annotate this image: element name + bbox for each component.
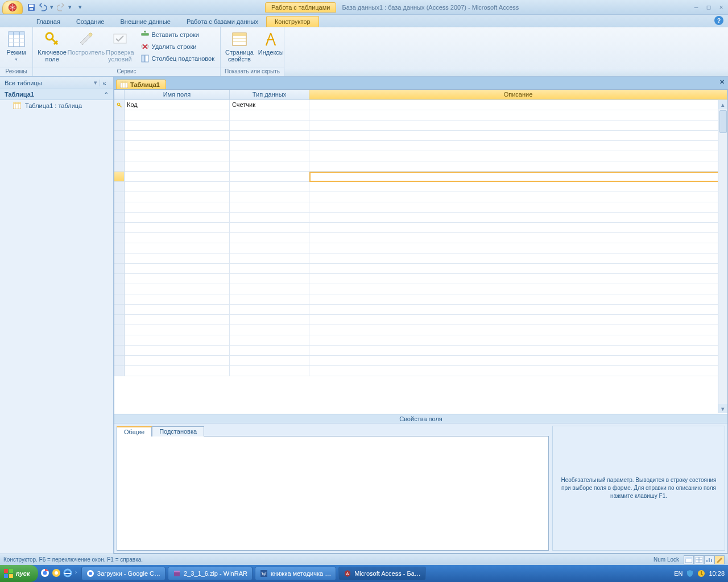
row-selector[interactable] [114, 141, 125, 151]
ql-more-icon[interactable]: › [75, 568, 78, 579]
document-tab-table1[interactable]: Таблица1 [116, 80, 166, 89]
designer-row[interactable] [114, 315, 727, 325]
cell-fieldname[interactable] [125, 325, 230, 335]
cell-datatype[interactable] [230, 110, 309, 120]
designer-row[interactable] [114, 346, 727, 356]
cell-description[interactable] [309, 223, 727, 233]
row-selector[interactable] [114, 284, 125, 294]
designer-row[interactable] [114, 161, 727, 172]
cell-datatype[interactable] [230, 305, 309, 315]
start-button[interactable]: пуск [0, 565, 38, 582]
designer-row[interactable] [114, 243, 727, 253]
row-selector[interactable] [114, 223, 125, 233]
office-button[interactable] [2, 1, 23, 14]
undo-split-icon[interactable]: ▾ [49, 3, 55, 11]
column-header-description[interactable]: Описание [309, 90, 727, 100]
delete-rows-button[interactable]: Удалить строки [138, 41, 217, 52]
designer-row[interactable] [114, 151, 727, 161]
taskbar-item-word[interactable]: W книжка методичка … [255, 567, 336, 580]
row-selector-header[interactable] [114, 90, 125, 100]
cell-fieldname[interactable] [125, 172, 230, 182]
row-selector[interactable] [114, 366, 125, 376]
ql-ie-icon[interactable] [63, 568, 73, 579]
designer-row[interactable] [114, 264, 727, 274]
help-button[interactable]: ? [714, 16, 723, 25]
cell-fieldname[interactable] [125, 120, 230, 131]
props-tab-general[interactable]: Общие [117, 426, 152, 436]
cell-fieldname[interactable] [125, 182, 230, 192]
designer-row[interactable] [114, 192, 727, 202]
ql-chrome-icon[interactable] [40, 568, 51, 579]
cell-datatype[interactable] [230, 346, 309, 356]
tray-clock[interactable]: 10:28 [709, 570, 725, 577]
row-selector[interactable] [114, 274, 125, 284]
cell-description[interactable] [309, 202, 727, 213]
view-datasheet-icon[interactable] [684, 555, 694, 564]
tab-external-data[interactable]: Внешние данные [113, 16, 179, 27]
cell-description[interactable] [309, 294, 727, 305]
row-selector[interactable] [114, 120, 125, 131]
scroll-up-icon[interactable]: ▴ [718, 100, 727, 109]
designer-row[interactable] [114, 141, 727, 151]
cell-fieldname[interactable] [125, 253, 230, 264]
cell-datatype[interactable] [230, 264, 309, 274]
cell-description[interactable] [309, 346, 727, 356]
view-pivottable-icon[interactable] [694, 555, 704, 564]
cell-fieldname[interactable] [125, 131, 230, 141]
cell-datatype[interactable] [230, 325, 309, 335]
cell-description[interactable] [309, 182, 727, 192]
taskbar-item-winrar[interactable]: 2_3_1_6.zip - WinRAR [168, 567, 253, 580]
row-selector[interactable] [114, 161, 125, 172]
cell-description[interactable] [309, 366, 727, 376]
cell-fieldname[interactable] [125, 284, 230, 294]
tray-update-icon[interactable] [697, 569, 705, 577]
column-header-datatype[interactable]: Тип данных [230, 90, 309, 100]
cell-datatype[interactable] [230, 213, 309, 223]
props-tab-lookup[interactable]: Подстановка [152, 426, 204, 436]
cell-fieldname[interactable] [125, 213, 230, 223]
cell-fieldname[interactable] [125, 161, 230, 172]
cell-description[interactable] [309, 213, 727, 223]
row-selector[interactable] [114, 110, 125, 120]
view-pivotchart-icon[interactable] [704, 555, 714, 564]
cell-datatype[interactable] [230, 335, 309, 346]
cell-fieldname[interactable]: Код [125, 100, 230, 110]
tray-shield-icon[interactable] [686, 569, 694, 577]
cell-datatype[interactable] [230, 120, 309, 131]
row-selector[interactable] [114, 264, 125, 274]
cell-fieldname[interactable] [125, 223, 230, 233]
cell-fieldname[interactable] [125, 366, 230, 376]
cell-datatype[interactable] [230, 284, 309, 294]
primary-key-button[interactable]: Ключевое поле [36, 29, 68, 64]
designer-row[interactable] [114, 253, 727, 264]
row-selector[interactable] [114, 172, 125, 182]
row-selector[interactable] [114, 100, 125, 110]
cell-fieldname[interactable] [125, 305, 230, 315]
undo-icon[interactable] [38, 2, 48, 13]
row-selector[interactable] [114, 182, 125, 192]
designer-row[interactable] [114, 294, 727, 305]
tab-home[interactable]: Главная [28, 16, 68, 27]
cell-datatype[interactable] [230, 274, 309, 284]
cell-datatype[interactable] [230, 161, 309, 172]
view-design-icon[interactable] [714, 555, 725, 564]
column-header-fieldname[interactable]: Имя поля [125, 90, 230, 100]
nav-group-collapse-icon[interactable]: ⌃ [104, 92, 109, 97]
field-properties-grid[interactable] [117, 436, 549, 551]
cell-description[interactable] [309, 264, 727, 274]
row-selector[interactable] [114, 315, 125, 325]
save-icon[interactable] [26, 2, 36, 13]
cell-datatype[interactable] [230, 182, 309, 192]
cell-description[interactable] [309, 100, 727, 110]
cell-fieldname[interactable] [125, 192, 230, 202]
cell-description[interactable] [309, 253, 727, 264]
row-selector[interactable] [114, 243, 125, 253]
row-selector[interactable] [114, 192, 125, 202]
cell-description[interactable] [309, 325, 727, 335]
cell-fieldname[interactable] [125, 110, 230, 120]
nav-group-header[interactable]: Таблица1 ⌃ [0, 89, 113, 100]
cell-description[interactable] [309, 284, 727, 294]
designer-grid[interactable]: КодСчетчик [114, 100, 727, 414]
cell-datatype[interactable] [230, 192, 309, 202]
restore-button[interactable]: □ [704, 3, 713, 11]
